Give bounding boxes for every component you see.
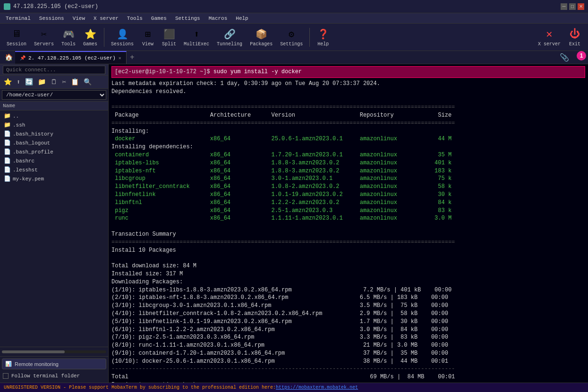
tab-close-button[interactable]: ✕ (119, 55, 121, 61)
menu-xserver[interactable]: X server (90, 15, 122, 22)
settings-label: Settings (280, 42, 303, 47)
exit-icon: ⏻ (568, 27, 581, 41)
metadata-line: Last metadata expiration check: 1 day, 0… (111, 80, 380, 87)
toolbar-multiexec-button[interactable]: ⬆ MultiExec (181, 26, 212, 49)
menu-games[interactable]: Games (147, 15, 170, 22)
toolbar-tools-button[interactable]: 🎮 Tools (59, 26, 78, 49)
tree-item-label: my-key.pem (13, 176, 44, 182)
tree-item-bashrc[interactable]: 📄 .bashrc (0, 156, 108, 165)
sidebar-copy-button[interactable]: 📋 (69, 77, 81, 87)
sessions-icon: 👤 (116, 27, 129, 41)
tree-item-label: .bash_profile (13, 149, 53, 155)
pkg-docker: docker x86_64 25.0.6-1.amzn2023.0.1 amaz… (111, 136, 452, 142)
sidebar-refresh-button[interactable]: 🔄 (23, 77, 35, 87)
quick-connect-input[interactable] (3, 66, 105, 74)
toolbar-session-button[interactable]: 🖥 Session (4, 26, 29, 49)
exit-label: Exit (569, 42, 580, 47)
view-icon: ⊞ (141, 27, 154, 41)
sidebar-search-button[interactable]: 🔍 (82, 77, 94, 87)
sidebar-star-button[interactable]: ⭐ (2, 77, 14, 87)
terminal-area: [ec2-user@ip-10-1-10-172 ~]$ sudo yum in… (109, 64, 588, 383)
pkg-iptables-nft: iptables-nft x86_64 1.8.8-3.amzn2023.0.2… (111, 168, 452, 174)
toolbar-help-button[interactable]: ❓ Help (314, 26, 332, 49)
tree-item-dotdot[interactable]: 📁 .. (0, 111, 108, 120)
status-bar: UNREGISTERED VERSION - Please support Mo… (0, 383, 588, 392)
follow-folder-row: Follow terminal folder (2, 371, 106, 381)
sidebar-bottom: 📊 Remote monitoring Follow terminal fold… (0, 356, 108, 383)
menu-bar: Terminal Sessions View X server Tools Ga… (0, 13, 588, 24)
dl-6: (6/10): libnftnl-1.2.2-2.amzn2023.0.2.x8… (111, 326, 448, 333)
toolbar-split-button[interactable]: ⬛ Split (159, 26, 179, 49)
separator-4: ----------------------------------------… (111, 366, 455, 372)
help-label: Help (317, 42, 329, 47)
sidebar-new-button[interactable]: 🗒 (49, 77, 59, 87)
toolbar-right: ✕ X server ⏻ Exit (535, 26, 584, 49)
split-icon: ⬛ (162, 27, 176, 41)
follow-folder-label: Follow terminal folder (11, 373, 80, 379)
sidebar-toolbar: ⭐ ⬆ 🔄 📁 🗒 ✂ 📋 🔍 (0, 76, 108, 89)
file-icon: 📄 (4, 148, 11, 155)
sidebar-scrollbar-thumb[interactable] (2, 350, 65, 353)
tree-item-bash-profile[interactable]: 📄 .bash_profile (0, 147, 108, 156)
toolbar-sessions-button[interactable]: 👤 Sessions (108, 26, 136, 49)
sidebar-up-button[interactable]: ⬆ (15, 77, 22, 87)
remote-monitor-button[interactable]: 📊 Remote monitoring (2, 358, 106, 369)
sidebar-delete-button[interactable]: ✂ (60, 77, 68, 87)
downloading-header: Downloading Packages: (111, 279, 183, 285)
title-bar: 47.128.225.105 (ec2-user) ─ □ ✕ (0, 0, 588, 13)
servers-icon: ✂ (37, 27, 51, 41)
tab-add-button[interactable]: + (127, 51, 138, 64)
dl-4: (4/10): libnetfilter_conntrack-1.0.8-2.a… (111, 310, 448, 317)
tree-item-label: .ssh (13, 122, 25, 128)
tab-ec2-user[interactable]: 📌 2. 47.128.225.105 (ec2-user) ✕ (15, 51, 127, 64)
tools-icon: 🎮 (62, 27, 75, 41)
toolbar-view-button[interactable]: ⊞ View (138, 26, 157, 49)
maximize-button[interactable]: □ (569, 3, 576, 10)
toolbar-packages-button[interactable]: 📦 Packages (247, 26, 275, 49)
pkg-pigz: pigz x86_64 2.5-1.amzn2023.0.3 amazonlin… (111, 207, 452, 214)
menu-tools[interactable]: Tools (123, 15, 146, 22)
tree-item-lesshst[interactable]: 📄 .lesshst (0, 165, 108, 174)
tree-item-label: .bash_logout (13, 140, 50, 146)
dl-2: (2/10): iptables-nft-1.8.8-3.amzn2023.0.… (111, 294, 448, 301)
toolbar-tunneling-button[interactable]: 🔗 Tunneling (214, 26, 245, 49)
tree-item-bash-history[interactable]: 📄 .bash_history (0, 129, 108, 138)
toolbar-exit-button[interactable]: ⏻ Exit (565, 26, 584, 49)
menu-settings[interactable]: Settings (171, 15, 204, 22)
tree-item-bash-logout[interactable]: 📄 .bash_logout (0, 138, 108, 147)
folder-icon: 📁 (4, 121, 11, 128)
tree-item-ssh[interactable]: 📁 .ssh (0, 120, 108, 129)
sidebar-tree: 📁 .. 📁 .ssh 📄 .bash_history 📄 .bash_logo… (0, 111, 108, 347)
menu-terminal[interactable]: Terminal (2, 15, 34, 22)
toolbar-servers-button[interactable]: ✂ Servers (31, 26, 57, 49)
folder-path-row: /home/ec2-user/ (0, 89, 108, 102)
install-count: Install 10 Packages (111, 247, 176, 254)
menu-sessions[interactable]: Sessions (35, 15, 68, 22)
status-link[interactable]: https://mobaxterm.mobatek.net (276, 385, 358, 390)
pkg-containerd: containerd x86_64 1.7.20-1.amzn2023.0.1 … (111, 152, 452, 158)
total-download-size: Total download size: 84 M (111, 263, 196, 269)
toolbar-xserver-button[interactable]: ✕ X server (535, 26, 563, 49)
follow-folder-checkbox[interactable] (3, 373, 9, 379)
tree-item-label: .. (13, 113, 19, 119)
menu-macros[interactable]: Macros (205, 15, 231, 22)
tree-item-mykey[interactable]: 📄 my-key.pem (0, 174, 108, 183)
sidebar-col-name: Name (3, 103, 15, 109)
tab-home-button[interactable]: 🏠 (2, 51, 15, 64)
session-label: Session (7, 42, 26, 47)
menu-help[interactable]: Help (232, 15, 252, 22)
sidebar-folder-button[interactable]: 📁 (36, 77, 48, 87)
file-icon: 📄 (4, 139, 11, 146)
minimize-button[interactable]: ─ (561, 3, 567, 10)
toolbar-games-button[interactable]: ⭐ Games (80, 26, 100, 49)
dl-3: (3/10): libcgroup-3.0-1.amzn2023.0.1.x86… (111, 302, 448, 309)
deps-line: Dependencies resolved. (111, 88, 186, 95)
folder-path-select[interactable]: /home/ec2-user/ (2, 90, 106, 100)
toolbar-settings-button[interactable]: ⚙ Settings (277, 26, 306, 49)
tab-attach-button[interactable]: 📎 (556, 51, 573, 64)
tab-bar: 🏠 📌 2. 47.128.225.105 (ec2-user) ✕ + 📎 1 (0, 51, 588, 64)
menu-view[interactable]: View (69, 15, 89, 22)
tree-item-label: .bash_history (13, 131, 53, 137)
close-button[interactable]: ✕ (578, 3, 584, 10)
terminal-content[interactable]: [ec2-user@ip-10-1-10-172 ~]$ sudo yum in… (109, 64, 588, 383)
